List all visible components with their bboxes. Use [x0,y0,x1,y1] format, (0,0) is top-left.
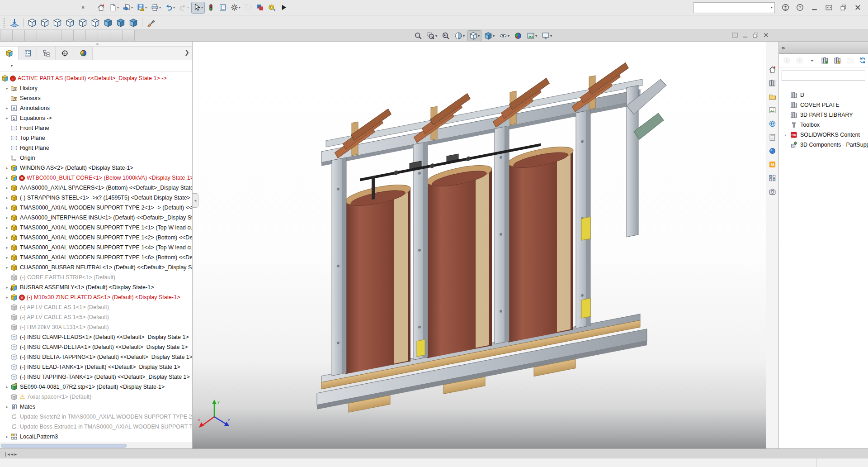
expand-arrow-icon[interactable] [4,235,10,240]
tree-item[interactable]: TMAS0000_AXIAL WOODEN SUPPORT TYPE 2<1> … [0,203,192,213]
dropdown-caret-icon[interactable]: ▾ [159,5,161,10]
doc-window-button-dock[interactable] [731,32,738,40]
headsup-button-zoom-to-area[interactable]: ▾ [425,30,439,41]
dropdown-caret-icon[interactable]: ▾ [201,5,203,10]
task-pane-tab-solidworks-resources[interactable] [768,119,778,129]
tree-item[interactable]: TMAS0000_AXIAL WOODEN SUPPORT TYPE 1<2> … [0,233,192,243]
tree-item[interactable]: ✕ WTBC0000_BUILT CORE<1> (Below 1000kVA)… [0,173,192,183]
toolbar-button-view-isometric[interactable]: ▾ [102,16,114,29]
window-button-account[interactable] [779,2,791,14]
dropdown-caret-icon[interactable]: ▾ [131,5,133,10]
headsup-button-view-settings[interactable]: ▾ [540,30,554,41]
ribbon-tab[interactable] [37,30,49,41]
expand-arrow-icon[interactable] [4,186,10,190]
library-splitter[interactable] [780,246,867,246]
ribbon-tab[interactable] [98,30,110,41]
headsup-button-zoom-to-fit[interactable]: ▾ [412,30,424,41]
ribbon-tab[interactable] [123,30,135,41]
window-button-help[interactable]: ? [794,2,806,14]
expand-arrow-icon[interactable] [4,195,10,200]
pin-icon[interactable] [859,44,865,51]
toolbar-button-component-properties[interactable]: ▾ [217,2,228,14]
tree-item[interactable]: Front Plane [0,123,192,133]
command-search[interactable]: ▾ [693,2,775,13]
ribbon-tab[interactable] [61,30,74,41]
task-pane-tab-design-library[interactable] [768,78,778,88]
expand-arrow-icon[interactable] [4,86,10,91]
tree-item[interactable]: TMAS0000_AXIAL WOODEN SUPPORT TYPE 1<1> … [0,223,192,233]
toolbar-button-undo[interactable]: ▾ [163,2,177,14]
dropdown-caret-icon[interactable]: ▾ [463,34,465,38]
headsup-button-display-style[interactable]: ▾ [482,30,496,41]
dropdown-caret-icon[interactable]: ▾ [493,34,495,38]
ribbon-tab[interactable] [49,30,61,41]
tree-item[interactable]: Update Sketch2 in TMAS0000_AXIAL WOODEN … [0,412,192,422]
gear-icon[interactable] [850,44,857,51]
headsup-button-apply-scene[interactable]: ▾ [525,30,539,41]
tree-item[interactable]: CUAS0000_BUSBAR NEUTRAL<1> (Default) <<D… [0,262,192,272]
toolbar-button-normal-to[interactable]: ▾ [8,16,21,29]
toolbar-button-open[interactable]: ▾ [121,2,135,14]
tree-item[interactable]: ↓ ACTIVE PART AS (Default) <<Default>_Di… [0,73,192,83]
task-pane-tab-mysolidworks[interactable]: M [768,159,778,169]
library-splitter-2[interactable] [780,250,867,250]
toolbar-button-traffic-light[interactable]: ▾ [205,2,217,14]
expand-arrow-icon[interactable] [4,265,10,270]
tree-item[interactable]: (-) INSU TAPPING-TANK<1> (Default) <<Def… [0,372,192,382]
filter-caret-icon[interactable]: ▾ [11,64,13,68]
search-icon[interactable] [761,4,769,11]
expand-arrow-icon[interactable] [4,205,10,210]
dropdown-caret-icon[interactable]: ▾ [508,34,509,38]
task-pane-tab-view-palette[interactable] [768,105,778,115]
tree-item[interactable]: History [0,83,192,93]
toolbar-button-run-macro[interactable]: ▾ [278,2,289,14]
task-pane-tab-pattern-library[interactable] [768,173,778,183]
toolbar-button-create-new-folder[interactable]: ▾ [844,55,856,66]
doc-window-button-minimize[interactable] [742,32,749,40]
tree-item[interactable]: Sensors [0,93,192,103]
toolbar-button-freeze-bar[interactable]: ▾ [243,2,254,14]
feature-manager-tab-fm-features[interactable] [0,47,19,60]
collapse-chevrons-icon[interactable]: » [782,44,785,51]
toolbar-drag-handle[interactable] [4,18,6,28]
toolbox-search-input[interactable] [793,72,863,80]
search-input[interactable] [705,4,759,11]
tree-item[interactable]: (-) STRAPPING STEEL<1> ->x? (14595T5) <D… [0,193,192,203]
ribbon-tab[interactable] [86,30,98,41]
tree-item[interactable]: LocalLPattern3 [0,432,192,442]
toolbar-button-back[interactable]: ▾ [781,55,793,66]
dropdown-caret-icon[interactable]: ▾ [550,34,552,38]
toolbar-button-view-trimetric[interactable]: ▾ [127,16,140,29]
tree-item[interactable]: Mates [0,402,192,412]
tree-item[interactable]: (-) AP LV CABLE AS 1<5> (Default) [0,312,192,322]
library-item[interactable]: 3D Components - PartSupp [779,140,868,150]
toolbar-button-apply-brush[interactable]: ▾ [145,16,157,29]
toolbar-button-select[interactable]: ▾ [191,2,205,14]
ribbon-tab[interactable] [0,30,13,41]
toolbar-button-print[interactable]: ▾ [149,2,163,14]
doc-window-button-close[interactable] [763,32,769,40]
dropdown-caret-icon[interactable]: ▾ [173,5,175,10]
headsup-button-edit-appearance[interactable]: ▾ [512,30,524,41]
tree-item[interactable]: (-) CORE EARTH STRIP<1> (Default) [0,272,192,282]
window-button-close[interactable] [852,2,863,14]
window-button-minimize[interactable] [808,2,820,14]
tree-item[interactable]: (-) INSU DELTA-TAPPING<1> (Default) <<De… [0,352,192,362]
tree-item[interactable]: Right Plane [0,143,192,153]
expand-arrow-icon[interactable] [4,116,10,120]
expand-arrow-icon[interactable] [4,285,10,290]
dropdown-caret-icon[interactable]: ▾ [435,34,437,38]
expand-arrow-icon[interactable] [4,106,10,110]
filter-icon[interactable] [2,62,9,70]
pin-menu-icon[interactable]: ✦ [79,3,87,12]
headsup-button-hide-show-items[interactable]: ▾ [497,30,511,41]
tree-item[interactable]: Top Plane [0,133,192,143]
tree-item[interactable]: (-) INSU LEAD-TANK<1> (Default) <<Defaul… [0,362,192,372]
expand-arrow-icon[interactable] [4,385,10,389]
library-item[interactable]: D [779,90,868,100]
tree-item[interactable]: Σ Equations -> [0,113,192,123]
feature-manager-tab-fm-dimxpert[interactable] [56,47,74,60]
expand-arrow-icon[interactable] [4,225,10,230]
feature-manager-tab-fm-properties[interactable] [19,47,37,60]
expand-arrow-icon[interactable] [4,245,10,250]
